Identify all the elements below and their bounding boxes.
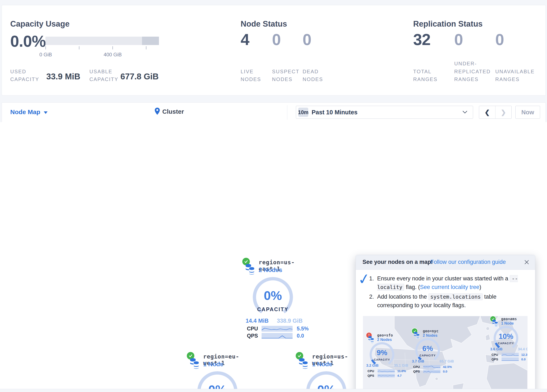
cpu-metric-row: CPU 12.3%	[492, 353, 527, 356]
time-range-label: Past 10 Minutes	[312, 109, 357, 116]
node-map-page: Capacity Usage 0.0% 0 GiB 400 GiB USED C…	[0, 0, 547, 392]
cpu-value: 11.0%	[397, 369, 406, 373]
cluster-node-count: 1 Node	[203, 361, 223, 368]
qps-sparkline	[378, 374, 395, 377]
capacity-gauge-percent: 9%	[370, 348, 394, 357]
used-capacity-value: 33.9 MiB	[46, 72, 80, 81]
popup-title: See your nodes on a map!	[362, 259, 433, 265]
time-forward-button[interactable]: ❯	[495, 106, 512, 118]
setup-steps: 1.Ensure every node in your cluster was …	[369, 274, 528, 311]
capacity-total-value: 65.7 GiB	[440, 359, 454, 364]
total-ranges-label: TOTAL RANGES	[413, 68, 444, 83]
suspect-nodes-label: SUSPECT NODES	[272, 68, 301, 83]
capacity-used-value: 3.7 GiB	[412, 359, 424, 364]
dead-nodes-count: 0	[303, 30, 311, 48]
database-stack-icon	[414, 332, 422, 340]
locality-tree-link[interactable]: See current locality tree	[420, 284, 479, 290]
cluster-summary-panel: Capacity Usage 0.0% 0 GiB 400 GiB USED C…	[2, 5, 546, 96]
qps-metric-row: QPS 0.0	[413, 370, 447, 373]
time-back-button[interactable]: ❮	[479, 106, 495, 118]
unavailable-label: UNAVAILABLE RANGES	[495, 68, 537, 83]
breadcrumb[interactable]: Cluster	[155, 108, 184, 116]
view-selector-dropdown[interactable]: Node Map	[10, 109, 40, 116]
nodes-on-map-popup: See your nodes on a map! Follow our conf…	[356, 255, 535, 392]
time-range-select[interactable]: 10m Past 10 Minutes	[296, 106, 473, 119]
unavailable-count: 0	[495, 30, 504, 48]
cluster-locality-label: geo=nyc	[423, 329, 438, 333]
replication-status-title: Replication Status	[413, 20, 483, 28]
capacity-total-value: 338.9 GiB	[277, 318, 303, 324]
page-bottom-strip	[0, 389, 547, 392]
region-cluster-us-east-1[interactable]: region=us-east-1 2 Nodes 0% CAPACITY 14.…	[242, 258, 311, 342]
node-map-canvas: region=us-east-1 2 Nodes 0% CAPACITY 14.…	[0, 122, 547, 389]
breadcrumb-label: Cluster	[162, 108, 184, 115]
popup-header: See your nodes on a map! Follow our conf…	[356, 255, 535, 270]
capacity-tick	[45, 46, 46, 49]
capacity-tick-label: 400 GiB	[97, 52, 128, 58]
capacity-percent: 0.0%	[10, 32, 46, 50]
cpu-metric-row: CPU 11.0%	[368, 369, 406, 373]
cpu-label: CPU	[368, 369, 378, 373]
example-node-map-image: ! geo=sfo 2 Nodes 9% CAPACITY 3.2 GiB 35…	[363, 316, 527, 392]
qps-sparkline	[262, 333, 293, 339]
step-text: Add locations to the	[377, 294, 429, 300]
map-toolbar: Node Map Cluster 10m Past 10 Minutes ❮ ❯…	[2, 102, 546, 123]
cpu-label: CPU	[492, 353, 502, 356]
capacity-tick	[146, 46, 146, 49]
capacity-gauge-percent: 0%	[253, 288, 293, 303]
close-icon[interactable]	[524, 259, 530, 265]
capacity-tick-label: 0 GiB	[34, 52, 57, 58]
cluster-locality-label: geo=sfo	[377, 333, 393, 337]
now-button[interactable]: Now	[515, 106, 540, 119]
capacity-bar-reserved	[142, 37, 159, 45]
cpu-sparkline	[378, 369, 395, 373]
live-nodes-label: LIVE NODES	[241, 68, 268, 83]
capacity-tick	[79, 46, 79, 49]
cpu-sparkline	[502, 353, 519, 356]
suspect-nodes-count: 0	[272, 30, 281, 48]
capacity-used-value: 14.4 MiB	[246, 318, 269, 324]
region-cluster-us-west-1[interactable]: region=us-west-1 1 Node 0% CAPACITY 9.6 …	[295, 352, 364, 392]
capacity-gauge-caption: CAPACITY	[415, 354, 440, 357]
database-stack-icon	[190, 358, 202, 371]
database-stack-icon	[299, 358, 311, 371]
cpu-value: 5.5%	[297, 326, 309, 332]
qps-metric-row: QPS 0.0	[492, 358, 526, 361]
dead-nodes-label: DEAD NODES	[303, 68, 330, 83]
setup-step-2: 2.Add locations to the system.locations …	[369, 293, 528, 309]
step-number: 1.	[369, 274, 374, 283]
capacity-gauge-percent: 10%	[494, 332, 518, 340]
cluster-node-count: 2 Nodes	[423, 333, 438, 338]
cluster-node-count: 1 Node	[312, 361, 332, 368]
live-nodes-count: 4	[241, 30, 249, 48]
step-text: Ensure every node in your cluster was st…	[377, 275, 510, 282]
capacity-used-value: 3.2 GiB	[366, 364, 379, 368]
qps-label: QPS	[368, 374, 378, 377]
capacity-gauge-caption: CAPACITY	[494, 342, 518, 345]
time-pager-group: ❮ ❯	[479, 106, 512, 119]
capacity-gauge-caption: CAPACITY	[253, 306, 293, 312]
total-ranges-count: 32	[413, 30, 431, 48]
cpu-value: 12.3%	[521, 353, 527, 356]
mini-cluster-geo-ams: geo=ams 1 Node 10% CAPACITY 3.6 GiB 34.4…	[490, 316, 527, 358]
cpu-metric-row: CPU 42.5%	[413, 365, 452, 369]
under-replicated-label: UNDER-REPLICATED RANGES	[454, 60, 491, 83]
usable-capacity-label: USABLE CAPACITY	[89, 68, 125, 83]
under-replicated-count: 0	[454, 30, 463, 48]
qps-label: QPS	[247, 333, 262, 339]
cpu-label: CPU	[247, 326, 262, 332]
time-range-badge: 10m	[298, 108, 308, 117]
step-text: flag. (	[404, 284, 420, 290]
qps-metric-row: QPS 0.0	[247, 333, 304, 339]
capacity-tick	[112, 46, 113, 49]
qps-label: QPS	[413, 370, 423, 373]
usable-capacity-value: 677.8 GiB	[120, 72, 158, 81]
capacity-gauge-caption: CAPACITY	[370, 358, 394, 361]
capacity-bar	[45, 37, 159, 45]
cpu-sparkline	[423, 365, 440, 369]
mini-cluster-geo-nyc: geo=nyc 2 Nodes 6% CAPACITY 3.7 GiB 65.7…	[412, 328, 456, 374]
configuration-guide-link[interactable]: Follow our configuration guide	[430, 259, 506, 265]
region-cluster-eu-west-1[interactable]: region=eu-west-1 1 Node 0% CAPACITY 9.9 …	[186, 352, 255, 392]
database-stack-icon	[492, 320, 500, 328]
step-text: )	[479, 284, 481, 290]
